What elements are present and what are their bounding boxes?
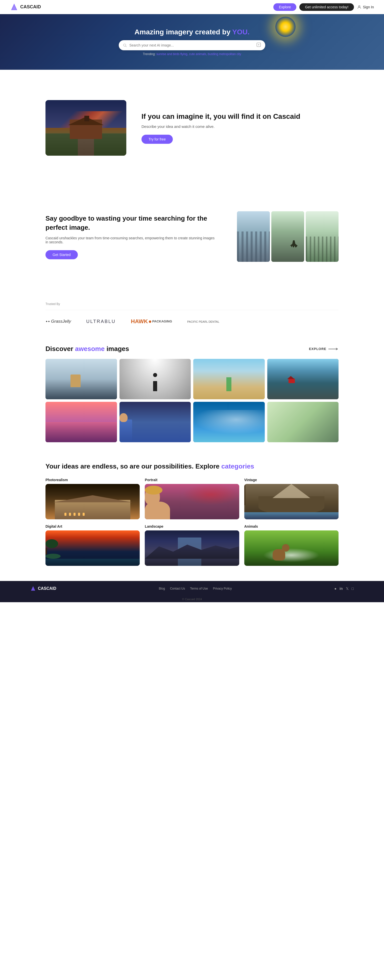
- discover-img-wave[interactable]: [193, 402, 265, 442]
- logo-hawk: HAWK ● PACKAGING: [131, 318, 172, 325]
- footer-logo: CASCAID: [30, 586, 56, 591]
- svg-marker-7: [31, 586, 35, 590]
- discover-img-woman-dog[interactable]: [267, 402, 339, 442]
- categories-section: Your ideas are endless, so are our possi…: [15, 452, 369, 581]
- footer: CASCAID Blog Contact Us Terms of Use Pri…: [0, 581, 384, 596]
- discover-img-beach[interactable]: [193, 359, 265, 399]
- explore-button[interactable]: Explore: [273, 3, 296, 11]
- logo-icon: [10, 3, 18, 11]
- svg-point-3: [124, 44, 126, 46]
- svg-point-2: [359, 6, 360, 7]
- signin-button[interactable]: Sign In: [357, 5, 374, 10]
- cat-img-animals[interactable]: [244, 530, 338, 566]
- cat-label-portrait: Portrait: [145, 478, 239, 482]
- social-twitter-icon[interactable]: 𝕏: [346, 587, 349, 590]
- logo[interactable]: CASCAID: [10, 3, 41, 11]
- try-free-button[interactable]: Try for free: [141, 135, 173, 144]
- goodbye-section: Say goodbye to wasting your time searchi…: [0, 186, 384, 292]
- user-icon: [357, 5, 362, 10]
- discover-img-deer[interactable]: [46, 359, 117, 399]
- discover-header: Discover awesome images EXPLORE: [46, 345, 338, 353]
- cat-label-digital: Digital Art: [46, 524, 140, 528]
- signin-label: Sign In: [363, 5, 374, 9]
- trusted-divider: [46, 310, 338, 310]
- hero-trending: Trending: sunrise and birds flying, cute…: [119, 52, 265, 56]
- logo-grassjelly: ✦✦ GrassJelly: [46, 319, 71, 324]
- discover-title: Discover awesome images: [46, 345, 129, 353]
- discover-img-silhouette[interactable]: [119, 359, 191, 399]
- category-portrait: Portrait: [145, 478, 239, 519]
- goodbye-img-3: [306, 211, 338, 262]
- logo-pacific: PACIFIC PEARL DENTAL: [187, 319, 219, 324]
- imagine-heading: If you can imagine it, you will find it …: [141, 112, 300, 121]
- cat-img-landscape[interactable]: [145, 530, 239, 566]
- discover-section: Discover awesome images EXPLORE: [15, 335, 369, 452]
- cat-label-landscape: Landscape: [145, 524, 239, 528]
- cat-label-photo: Photorealism: [46, 478, 140, 482]
- cat-label-animals: Animals: [244, 524, 338, 528]
- trusted-logos: ✦✦ GrassJelly ULTRABLU HAWK ● PACKAGING …: [46, 318, 338, 325]
- cat-label-vintage: Vintage: [244, 478, 338, 482]
- category-digital: Digital Art: [46, 524, 140, 566]
- category-landscape: Landscape: [145, 524, 239, 566]
- search-submit-icon[interactable]: [256, 42, 261, 48]
- goodbye-img-1: [237, 211, 270, 262]
- imagine-inner: If you can imagine it, you will find it …: [15, 85, 369, 171]
- hero-sun: [275, 17, 295, 37]
- social-reddit-icon[interactable]: ●: [335, 587, 336, 590]
- social-instagram-icon[interactable]: □: [352, 587, 354, 590]
- goodbye-heading: Say goodbye to wasting your time searchi…: [46, 214, 217, 232]
- category-photorealism: Photorealism: [46, 478, 140, 519]
- trusted-label: Trusted By: [46, 302, 338, 306]
- footer-logo-icon: [30, 586, 36, 591]
- footer-link-terms[interactable]: Terms of Use: [190, 587, 208, 590]
- footer-logo-text: CASCAID: [38, 586, 56, 591]
- imagine-image: [46, 100, 126, 156]
- social-linkedin-icon[interactable]: in: [340, 587, 343, 590]
- hero-title-accent: YOU.: [232, 28, 249, 36]
- imagine-description: Describe your idea and watch it come ali…: [141, 124, 300, 129]
- hero-content: Amazing imagery created by YOU. Trending…: [119, 28, 265, 56]
- footer-link-blog[interactable]: Blog: [159, 587, 165, 590]
- discover-img-lake[interactable]: [267, 359, 339, 399]
- footer-social: ● in 𝕏 □: [335, 587, 354, 590]
- imagine-img-inner: [46, 100, 126, 156]
- category-vintage: Vintage: [244, 478, 338, 519]
- navbar: CASCAID Explore Get unlimited access tod…: [0, 0, 384, 14]
- categories-title: Your ideas are endless, so are our possi…: [46, 463, 338, 470]
- explore-link[interactable]: EXPLORE: [309, 347, 338, 351]
- footer-link-contact[interactable]: Contact Us: [170, 587, 185, 590]
- logo-text: CASCAID: [20, 4, 41, 10]
- goodbye-img-2: [271, 211, 304, 262]
- hero-section: Amazing imagery created by YOU. Trending…: [0, 14, 384, 70]
- goodbye-description: Cascaid unshackles your team from time-c…: [46, 236, 217, 244]
- cat-img-digital[interactable]: [46, 530, 140, 566]
- unlimited-button[interactable]: Get unlimited access today!: [299, 3, 354, 11]
- goodbye-content: Say goodbye to wasting your time searchi…: [46, 214, 217, 259]
- cat-img-portrait[interactable]: [145, 484, 239, 519]
- footer-copyright: © Cascaid 2024: [0, 596, 384, 602]
- hero-title-prefix: Amazing imagery created by: [135, 28, 232, 36]
- discover-grid: [46, 359, 338, 442]
- svg-line-4: [125, 46, 127, 47]
- logo-ultrablu: ULTRABLU: [86, 319, 116, 324]
- imagine-content: If you can imagine it, you will find it …: [141, 112, 300, 143]
- cat-img-vintage[interactable]: [244, 484, 338, 519]
- discover-img-santorini[interactable]: [46, 402, 117, 442]
- footer-link-privacy[interactable]: Privacy Policy: [213, 587, 232, 590]
- cat-img-photo[interactable]: [46, 484, 140, 519]
- search-bar: [119, 40, 265, 50]
- discover-img-woman-jacket[interactable]: [119, 402, 191, 442]
- arrow-right-icon: [328, 347, 338, 350]
- get-started-button[interactable]: Get Started: [46, 250, 78, 259]
- category-animals: Animals: [244, 524, 338, 566]
- goodbye-inner: Say goodbye to wasting your time searchi…: [15, 196, 369, 277]
- footer-links: Blog Contact Us Terms of Use Privacy Pol…: [159, 587, 232, 590]
- search-input[interactable]: [129, 43, 254, 47]
- navbar-actions: Explore Get unlimited access today! Sign…: [273, 3, 374, 11]
- hero-title: Amazing imagery created by YOU.: [119, 28, 265, 36]
- trusted-section: Trusted By ✦✦ GrassJelly ULTRABLU HAWK ●…: [15, 292, 369, 335]
- search-icon: [123, 43, 127, 47]
- categories-grid: Photorealism Portrait: [46, 478, 338, 566]
- imagine-section: If you can imagine it, you will find it …: [0, 70, 384, 186]
